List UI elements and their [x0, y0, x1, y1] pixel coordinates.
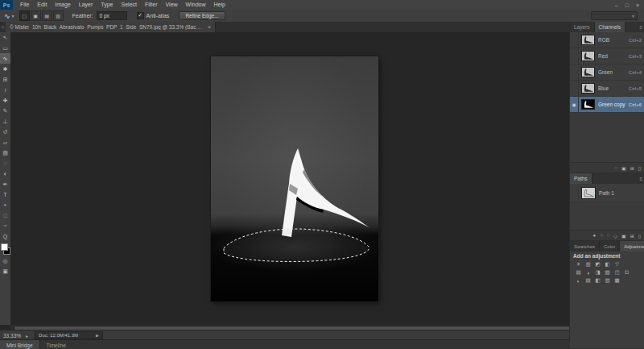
panel-menu-icon[interactable]: ≡ — [639, 22, 644, 32]
menu-image[interactable]: Image — [51, 0, 74, 10]
tab-adjustments[interactable]: Adjustments — [620, 241, 644, 251]
marquee-tool[interactable]: ▭ — [0, 43, 10, 53]
document-tab[interactable]: © Mister_10h_Black_Abrasivato_Pumps_PDP_… — [6, 22, 216, 32]
antialias-checkbox[interactable]: ✓ — [137, 12, 144, 19]
quick-selection-tool[interactable]: ✱ — [0, 64, 10, 74]
timeline-button[interactable]: Timeline — [40, 340, 72, 349]
history-brush-tool[interactable]: ↺ — [0, 127, 10, 137]
menu-help[interactable]: Help — [210, 0, 229, 10]
visibility-eye-icon[interactable]: ◉ — [570, 97, 579, 112]
channel-row-blue[interactable]: Blue Ctrl+5 — [570, 81, 644, 97]
zoom-tool[interactable]: Q — [0, 231, 10, 242]
canvas-area[interactable] — [10, 32, 569, 325]
mini-bridge-button[interactable]: Mini Bridge — [0, 340, 40, 349]
delete-channel-icon[interactable]: ▯ — [638, 165, 641, 171]
chevron-down-icon[interactable]: ▼ — [11, 14, 15, 19]
invert-icon[interactable]: ◐ — [575, 277, 582, 285]
menu-file[interactable]: File — [16, 0, 33, 10]
quick-mask-button[interactable]: ◎ — [0, 256, 10, 266]
visibility-eye-well[interactable] — [570, 81, 579, 96]
gradient-tool[interactable]: ▨ — [0, 147, 10, 158]
close-tab-icon[interactable]: × — [208, 24, 211, 30]
new-channel-icon[interactable]: ⊞ — [630, 165, 634, 171]
delete-path-icon[interactable]: ▯ — [638, 233, 641, 239]
eyedropper-tool[interactable]: ≀ — [0, 85, 10, 95]
curves-icon[interactable]: ◩ — [594, 261, 601, 268]
tab-color[interactable]: Color — [600, 241, 620, 251]
menu-type[interactable]: Type — [97, 0, 117, 10]
channel-row-rgb[interactable]: RGB Ctrl+2 — [570, 32, 644, 48]
visibility-eye-well[interactable] — [570, 32, 579, 48]
brightness-contrast-icon[interactable]: ☀ — [575, 261, 582, 268]
levels-icon[interactable]: ▥ — [584, 261, 592, 268]
tab-channels[interactable]: Channels — [595, 22, 625, 32]
channel-thumbnail — [581, 99, 595, 110]
menu-view[interactable]: View — [162, 0, 182, 10]
hand-tool[interactable]: ☞ — [0, 221, 10, 231]
visibility-eye-well[interactable] — [570, 64, 579, 80]
fill-path-icon[interactable]: ● — [593, 233, 597, 238]
channel-mixer-icon[interactable]: ◫ — [613, 269, 621, 276]
menu-window[interactable]: Window — [182, 0, 210, 10]
panel-menu-icon[interactable]: ≡ — [639, 173, 644, 184]
intersect-selection-mode-button[interactable]: ▥ — [53, 10, 64, 21]
exposure-icon[interactable]: ◧ — [604, 261, 611, 268]
blur-tool[interactable]: ◌ — [0, 158, 10, 168]
healing-brush-tool[interactable]: ✚ — [0, 95, 10, 106]
feather-input[interactable]: 0 px — [97, 11, 127, 20]
eraser-tool[interactable]: ▱ — [0, 137, 10, 147]
minimize-icon[interactable]: – — [615, 2, 618, 8]
channel-row-red[interactable]: Red Ctrl+3 — [570, 48, 644, 64]
add-selection-mode-button[interactable]: ▣ — [31, 10, 41, 21]
foreground-color-swatch[interactable] — [1, 243, 8, 251]
gradient-map-icon[interactable]: ▥ — [604, 277, 611, 285]
visibility-eye-well[interactable] — [570, 48, 579, 64]
path-row-path-1[interactable]: Path 1 — [570, 184, 644, 202]
tab-paths[interactable]: Paths — [570, 173, 592, 184]
menu-filter[interactable]: Filter — [141, 0, 162, 10]
refine-edge-button[interactable]: Refine Edge... — [179, 11, 225, 20]
brush-tool[interactable]: ✎ — [0, 106, 10, 116]
color-lookup-icon[interactable]: ⊡ — [623, 269, 630, 276]
menu-select[interactable]: Select — [118, 0, 141, 10]
new-selection-mode-button[interactable]: ▢ — [19, 10, 30, 21]
zoom-level-field[interactable]: 33.33% — [0, 333, 26, 339]
move-tool[interactable]: ↖ — [0, 32, 10, 43]
photo-filter-icon[interactable]: ▨ — [604, 269, 611, 276]
status-arrow-icon[interactable]: ▶ — [96, 332, 99, 339]
lasso-tool[interactable]: ∿ — [0, 53, 10, 64]
posterize-icon[interactable]: ▤ — [584, 277, 592, 285]
black-white-icon[interactable]: ◨ — [594, 269, 601, 276]
threshold-icon[interactable]: ◧ — [594, 277, 601, 285]
new-path-icon[interactable]: ⊞ — [630, 233, 634, 239]
vibrance-icon[interactable]: ▽ — [613, 261, 621, 268]
dodge-tool[interactable]: ◐ — [0, 168, 10, 179]
crop-tool[interactable]: ⊞ — [0, 74, 10, 85]
path-as-selection-icon[interactable]: ◌ — [607, 233, 610, 238]
hue-saturation-icon[interactable]: ▤ — [575, 269, 582, 276]
tab-layers[interactable]: Layers — [570, 22, 595, 32]
document-image[interactable] — [211, 56, 378, 301]
menu-edit[interactable]: Edit — [33, 0, 51, 10]
workspace-switcher[interactable]: ▼ — [591, 11, 638, 20]
shape-tool[interactable]: □ — [0, 210, 10, 221]
save-selection-as-channel-icon[interactable]: ▣ — [621, 165, 626, 171]
make-work-path-icon[interactable]: ◇ — [613, 233, 617, 239]
selective-color-icon[interactable]: ▦ — [613, 277, 621, 285]
close-icon[interactable]: × — [636, 2, 639, 8]
channel-row-green[interactable]: Green Ctrl+4 — [570, 64, 644, 81]
pen-tool[interactable]: ✒ — [0, 179, 10, 189]
add-mask-icon[interactable]: ▣ — [621, 233, 626, 239]
type-tool[interactable]: T — [0, 189, 10, 200]
load-channel-selection-icon[interactable]: ◌ — [614, 165, 617, 170]
screen-mode-button[interactable]: ▣ — [0, 266, 10, 276]
restore-icon[interactable]: □ — [625, 2, 629, 8]
menu-layer[interactable]: Layer — [75, 0, 97, 10]
clone-stamp-tool[interactable]: ⊥ — [0, 116, 10, 127]
stroke-path-icon[interactable]: ○ — [600, 233, 603, 238]
subtract-selection-mode-button[interactable]: ▤ — [42, 10, 52, 21]
tab-swatches[interactable]: Swatches — [570, 241, 600, 251]
color-balance-icon[interactable]: ◑ — [584, 269, 592, 276]
path-selection-tool[interactable]: ‣ — [0, 200, 10, 210]
channel-row-green-copy[interactable]: ◉ Green copy Ctrl+6 — [570, 97, 644, 113]
